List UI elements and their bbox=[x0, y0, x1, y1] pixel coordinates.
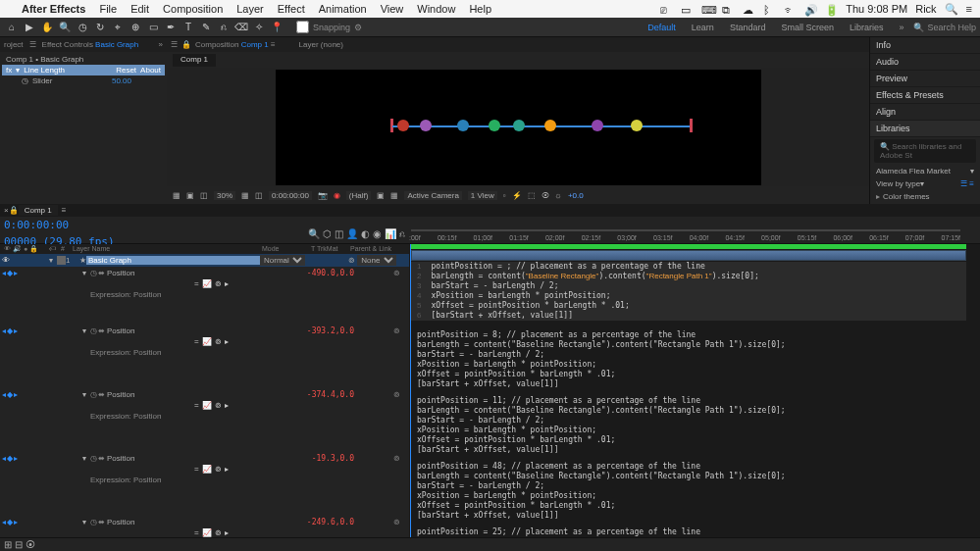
rotate-tool-icon[interactable]: ↻ bbox=[92, 21, 108, 34]
fast-preview-icon[interactable]: ⚡ bbox=[512, 191, 522, 200]
comp-tab[interactable]: Composition Comp 1 ≡ bbox=[195, 40, 276, 49]
channel-icon[interactable]: ◉ bbox=[334, 191, 340, 200]
next-key-icon[interactable]: ▸ bbox=[14, 454, 18, 463]
expression-text[interactable]: pointPosition = 11; // placement as a pe… bbox=[411, 396, 966, 455]
next-key-icon[interactable]: ▸ bbox=[14, 518, 18, 526]
add-key-icon[interactable]: ◆ bbox=[7, 269, 13, 277]
panel-menu-icon[interactable]: ☰ bbox=[171, 40, 178, 49]
expression-graph-icon[interactable]: 📈 bbox=[202, 279, 212, 288]
home-icon[interactable]: ⌂ bbox=[4, 21, 20, 34]
snapshot-icon[interactable]: 📷 bbox=[318, 191, 328, 200]
expression-enable-icon[interactable]: = bbox=[194, 465, 199, 474]
graph-dot[interactable] bbox=[457, 120, 469, 131]
menu-window[interactable]: Window bbox=[417, 3, 455, 15]
prev-key-icon[interactable]: ◂ bbox=[2, 269, 6, 277]
next-key-icon[interactable]: ▸ bbox=[14, 269, 18, 277]
expression-pickwhip-icon[interactable]: ⊚ bbox=[215, 337, 222, 346]
menu-animation[interactable]: Animation bbox=[319, 3, 367, 15]
panel-libraries[interactable]: Libraries bbox=[870, 121, 980, 137]
comp-canvas[interactable] bbox=[276, 70, 761, 185]
frame-blend-icon[interactable]: ◐ bbox=[361, 228, 370, 239]
timeline-tab[interactable]: Comp 1 bbox=[19, 205, 58, 216]
expression-pickwhip-icon[interactable]: ⊚ bbox=[215, 401, 222, 410]
graph-dot[interactable] bbox=[544, 120, 556, 131]
res-select[interactable]: (Half) bbox=[346, 191, 372, 200]
stopwatch-icon[interactable]: ◷ bbox=[90, 269, 97, 277]
menu-composition[interactable]: Composition bbox=[163, 3, 223, 15]
toggle-brainstorm-icon[interactable]: ⦿ bbox=[26, 539, 35, 550]
add-key-icon[interactable]: ◆ bbox=[7, 326, 13, 335]
shape-tool-icon[interactable]: ▭ bbox=[145, 21, 161, 34]
layer-tab[interactable]: Layer (none) bbox=[299, 40, 343, 49]
bluetooth-icon[interactable]: ᛒ bbox=[763, 4, 776, 15]
roto-tool-icon[interactable]: ✧ bbox=[251, 21, 267, 34]
position-property[interactable]: ◂◆▸ ▾ ◷⬌ Position -249.6,0.0 ⊚ bbox=[0, 516, 409, 527]
tl-lock-icon[interactable]: 🔒 bbox=[9, 206, 19, 215]
pickwhip-icon[interactable]: ⊚ bbox=[393, 454, 407, 463]
expression-pickwhip-icon[interactable]: ⊚ bbox=[215, 279, 222, 288]
shy-icon[interactable]: 👤 bbox=[346, 228, 358, 239]
position-property[interactable]: ◂◆▸ ▾ ◷⬌ Position -393.2,0.0 ⊚ bbox=[0, 325, 409, 336]
dropbox-icon[interactable]: ⧉ bbox=[722, 4, 735, 15]
menu-edit[interactable]: Edit bbox=[130, 3, 149, 15]
graph-dot[interactable] bbox=[397, 120, 409, 131]
zoom-tool-icon[interactable]: 🔍 bbox=[57, 21, 73, 34]
expression-enable-icon[interactable]: = bbox=[194, 528, 199, 537]
camera-tool-icon[interactable]: ⌖ bbox=[110, 21, 126, 34]
workspace-learn[interactable]: Learn bbox=[686, 21, 720, 34]
transparency-icon[interactable]: ▦ bbox=[390, 191, 398, 200]
mask-icon[interactable]: ◫ bbox=[200, 191, 208, 200]
orbit-tool-icon[interactable]: ◷ bbox=[75, 21, 90, 34]
expression-graph-icon[interactable]: 📈 bbox=[202, 528, 212, 537]
property-value[interactable]: -490.0,0.0 bbox=[307, 269, 393, 277]
workspace-more-icon[interactable]: » bbox=[893, 21, 909, 34]
layer-name[interactable]: Basic Graph bbox=[86, 256, 260, 265]
menu-view[interactable]: View bbox=[381, 3, 404, 15]
current-time[interactable]: 0:00:00:00 bbox=[0, 217, 119, 233]
panel-effects[interactable]: Effects & Presets bbox=[870, 87, 980, 104]
viewer-lock-icon[interactable]: 🔒 bbox=[181, 40, 191, 49]
expression-pickwhip-icon[interactable]: ⊚ bbox=[215, 465, 222, 474]
expression-graph-icon[interactable]: 📈 bbox=[202, 337, 212, 346]
volume-icon[interactable]: 🔊 bbox=[804, 4, 817, 15]
pixel-aspect-icon[interactable]: ▫ bbox=[503, 191, 506, 200]
dimension-icon[interactable]: ⬌ bbox=[98, 326, 105, 335]
prev-key-icon[interactable]: ◂ bbox=[2, 454, 6, 463]
brush-tool-icon[interactable]: ✎ bbox=[198, 21, 214, 34]
snapping-opts-icon[interactable]: ⚙ bbox=[354, 23, 362, 32]
disclosure-icon[interactable]: ▾ bbox=[49, 256, 57, 265]
layer-1[interactable]: 👁 ▾ 1 ★ Basic Graph Normal ⊚ None bbox=[0, 254, 409, 267]
eraser-tool-icon[interactable]: ⌫ bbox=[233, 21, 249, 34]
clock[interactable]: Thu 9:08 PM bbox=[846, 3, 907, 15]
draft3d-icon[interactable]: ◫ bbox=[335, 228, 343, 239]
exposure-value[interactable]: +0.0 bbox=[568, 191, 584, 200]
disclosure-icon[interactable]: ▾ bbox=[82, 390, 90, 399]
pan-behind-icon[interactable]: ⊕ bbox=[128, 21, 143, 34]
expression-language-icon[interactable]: ▸ bbox=[225, 401, 229, 410]
toggle-modes-icon[interactable]: ⊟ bbox=[15, 539, 23, 550]
breadcrumb[interactable]: Comp 1 bbox=[173, 54, 216, 67]
tc-display[interactable]: 0:00:00:00 bbox=[269, 191, 312, 200]
menu-icon[interactable]: ≡ bbox=[966, 3, 972, 15]
zoom-select[interactable]: 30% bbox=[214, 191, 235, 200]
exposure-icon[interactable]: ☼ bbox=[555, 191, 562, 200]
graph-dot[interactable] bbox=[631, 120, 643, 131]
hand-tool-icon[interactable]: ✋ bbox=[39, 21, 55, 34]
label-color[interactable] bbox=[57, 256, 66, 265]
expression-language-icon[interactable]: ▸ bbox=[225, 279, 229, 288]
menu-effect[interactable]: Effect bbox=[278, 3, 305, 15]
dimension-icon[interactable]: ⬌ bbox=[98, 390, 105, 399]
tl-tab-close-icon[interactable]: ≡ bbox=[62, 206, 67, 215]
panel-align[interactable]: Align bbox=[870, 104, 980, 121]
motion-blur-icon[interactable]: ◉ bbox=[373, 228, 382, 239]
input-icon[interactable]: ⌨ bbox=[701, 4, 714, 15]
add-key-icon[interactable]: ◆ bbox=[7, 390, 13, 399]
expression-language-icon[interactable]: ▸ bbox=[225, 337, 229, 346]
renderer-icon[interactable]: ⦿ bbox=[542, 191, 549, 200]
library-search[interactable]: 🔍 Search libraries and Adobe St bbox=[874, 139, 976, 163]
timeline-content[interactable]: 1pointPosition = ; // placement as a per… bbox=[409, 244, 980, 537]
graph-dot[interactable] bbox=[489, 120, 500, 131]
panel-overflow-icon[interactable]: » bbox=[159, 40, 163, 49]
stopwatch-icon[interactable]: ◷ bbox=[90, 390, 97, 399]
view-by[interactable]: View by type ▾☰ ≡ bbox=[870, 177, 980, 190]
